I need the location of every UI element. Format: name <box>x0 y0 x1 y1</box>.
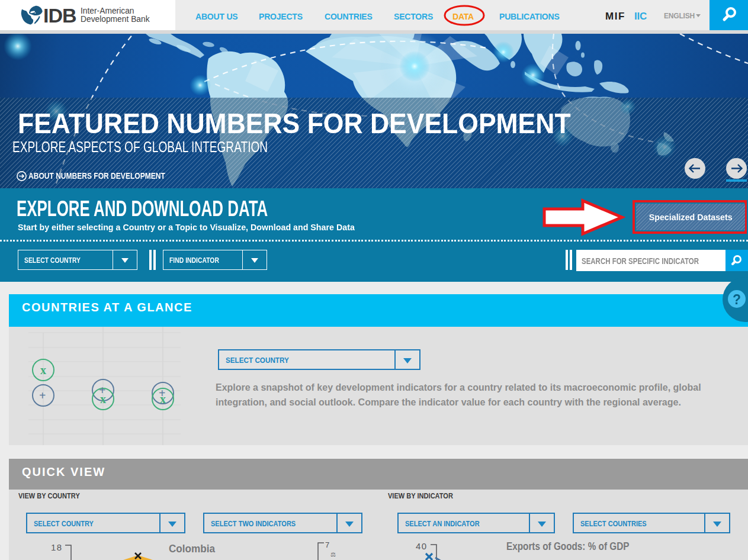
svg-text:x: x <box>100 392 106 405</box>
svg-text:Inter-American: Inter-American <box>81 7 134 15</box>
svg-text:?: ? <box>733 292 741 307</box>
svg-text:x: x <box>40 363 46 376</box>
svg-text:+: + <box>39 389 46 402</box>
svg-text:IDB: IDB <box>43 4 76 27</box>
svg-text:x: x <box>160 392 166 405</box>
svg-text:Development Bank: Development Bank <box>81 15 150 24</box>
